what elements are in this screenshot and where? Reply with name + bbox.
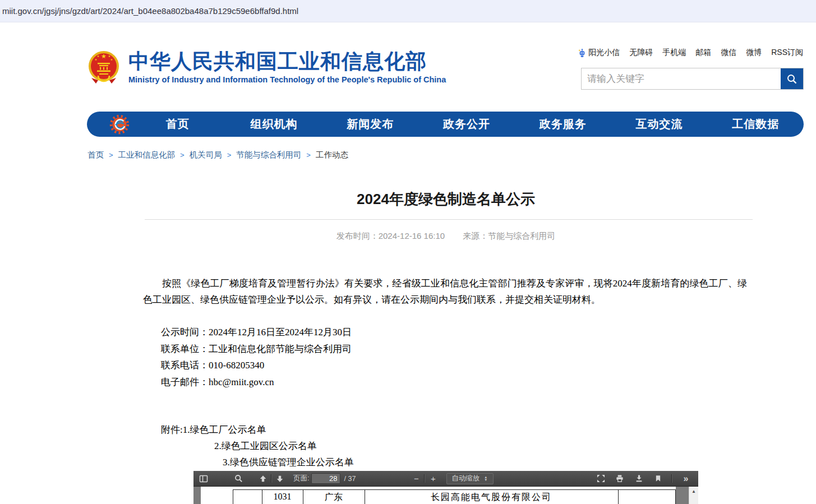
pdf-toolbar: 页面: / 37 − + 自动缩放 ▲ ▼ xyxy=(193,471,698,487)
table-border-top xyxy=(233,489,676,490)
contact-info: 公示时间：2024年12月16日至2024年12月30日 联系单位：工业和信息化… xyxy=(161,324,352,390)
contact-phone: 联系电话：010-68205340 xyxy=(161,357,352,374)
announcement-period: 公示时间：2024年12月16日至2024年12月30日 xyxy=(161,324,352,341)
page-label: 页面: xyxy=(293,474,309,483)
toolbar-separator xyxy=(671,474,672,483)
utility-link-accessibility[interactable]: 无障碍 xyxy=(629,48,653,58)
table-cell-number: 1031 xyxy=(262,492,303,502)
nav-item-interaction[interactable]: 互动交流 xyxy=(611,117,708,132)
more-tools-button[interactable]: » xyxy=(679,472,693,485)
table-border xyxy=(675,489,676,504)
print-icon xyxy=(615,474,624,483)
breadcrumb-separator: > xyxy=(306,151,311,159)
table-border xyxy=(233,489,233,504)
presentation-mode-button[interactable] xyxy=(594,472,607,485)
download-button[interactable] xyxy=(632,472,646,485)
breadcrumb-separator: > xyxy=(227,151,232,159)
breadcrumb-separator: > xyxy=(180,151,185,159)
article: 2024年度绿色制造名单公示 发布时间：2024-12-16 16:10 来源：… xyxy=(143,185,749,468)
zoom-in-button[interactable]: + xyxy=(426,472,440,485)
title-divider xyxy=(145,219,753,220)
page-number-input[interactable] xyxy=(311,473,340,484)
nav-item-gov-disclosure[interactable]: 政务公开 xyxy=(418,117,515,132)
zoom-mode-select[interactable]: 自动缩放 ▲ ▼ xyxy=(446,473,494,484)
pdf-content-area: 1031 广东 长园高能电气股份有限公司 ▲ xyxy=(193,487,698,504)
find-button[interactable] xyxy=(232,472,245,485)
site-subtitle: Ministry of Industry and Information Tec… xyxy=(128,75,446,84)
utility-label: RSS订阅 xyxy=(771,48,803,58)
toolbar-separator xyxy=(424,474,425,483)
national-emblem-logo: ★ ★ ★ ★ ★ xyxy=(88,49,119,87)
nav-item-news[interactable]: 新闻发布 xyxy=(322,117,418,132)
page: miit.gov.cn/jgsj/jns/gzdt/art/2024/art_b… xyxy=(0,0,816,504)
sidebar-toggle-button[interactable] xyxy=(197,472,210,485)
contact-email: 电子邮件：hbc@miit.gov.cn xyxy=(161,374,352,391)
breadcrumb-home[interactable]: 首页 xyxy=(87,150,104,160)
search-input[interactable] xyxy=(582,68,781,89)
utility-label: 邮箱 xyxy=(695,48,711,58)
article-title: 2024年度绿色制造名单公示 xyxy=(143,189,749,209)
nav-item-home[interactable]: 首页 xyxy=(130,117,226,132)
pdf-page: 1031 广东 长园高能电气股份有限公司 xyxy=(201,487,676,504)
previous-page-button[interactable] xyxy=(256,472,270,485)
find-icon xyxy=(234,474,243,483)
contact-unit: 联系单位：工业和信息化部节能与综合利用司 xyxy=(161,341,352,358)
site-title: 中华人民共和国工业和信息化部 xyxy=(128,49,446,75)
attachment-1: 附件:1.绿色工厂公示名单 xyxy=(161,422,354,438)
breadcrumb-work-news: 工作动态 xyxy=(316,150,348,160)
brand-text: 中华人民共和国工业和信息化部 Ministry of Industry and … xyxy=(128,49,446,84)
page-total: / 37 xyxy=(344,475,356,483)
download-icon xyxy=(635,474,643,483)
nav-item-industry-data[interactable]: 工信数据 xyxy=(707,117,804,132)
utility-link-mail[interactable]: 邮箱 xyxy=(695,48,711,58)
breadcrumb-energy-conservation-dept[interactable]: 节能与综合利用司 xyxy=(236,150,301,160)
toolbar-right-group: » xyxy=(594,472,693,485)
zoom-out-button[interactable]: − xyxy=(409,472,423,485)
utility-label: 微信 xyxy=(721,48,736,58)
nav-item-gov-services[interactable]: 政务服务 xyxy=(515,117,611,132)
sidebar-toggle-icon xyxy=(199,474,208,483)
utility-label: 手机端 xyxy=(662,48,686,58)
utility-link-sunshine-assistant[interactable]: ✦ 阳光小信 xyxy=(577,48,620,58)
pdf-viewer: 页面: / 37 − + 自动缩放 ▲ ▼ xyxy=(193,471,698,504)
utility-label: 无障碍 xyxy=(629,48,653,58)
scrollbar-up-icon[interactable]: ▲ xyxy=(689,487,698,496)
select-spinner-icon: ▲ ▼ xyxy=(484,476,487,482)
utility-link-wechat[interactable]: 微信 xyxy=(721,48,736,58)
pdf-scrollbar[interactable]: ▲ xyxy=(689,487,698,504)
toolbar-separator xyxy=(271,474,272,483)
table-cell-province: 广东 xyxy=(303,492,365,503)
svg-text:★: ★ xyxy=(110,58,113,61)
svg-text:★: ★ xyxy=(97,54,100,58)
utility-link-weibo[interactable]: 微博 xyxy=(746,48,762,58)
arrow-up-icon xyxy=(259,475,267,483)
breadcrumb-separator: > xyxy=(109,151,113,159)
publish-time: 发布时间：2024-12-16 16:10 xyxy=(336,231,445,241)
attachment-2: 2.绿色工业园区公示名单 xyxy=(214,438,354,454)
table-cell-company: 长园高能电气股份有限公司 xyxy=(365,492,618,503)
arrow-down-icon xyxy=(276,475,284,483)
breadcrumb-departments[interactable]: 机关司局 xyxy=(190,150,222,160)
bookmark-button[interactable] xyxy=(651,472,665,485)
table-border xyxy=(618,489,619,504)
breadcrumb: 首页 > 工业和信息化部 > 机关司局 > 节能与综合利用司 > 工作动态 xyxy=(87,150,348,160)
nav-item-organization[interactable]: 组织机构 xyxy=(226,117,322,132)
main-nav: 首页 组织机构 新闻发布 政务公开 政务服务 互动交流 工信数据 xyxy=(87,112,804,137)
browser-url-bar[interactable]: miit.gov.cn/jgsj/jns/gzdt/art/2024/art_b… xyxy=(0,0,816,22)
attachments: 附件:1.绿色工厂公示名单 2.绿色工业园区公示名单 3.绿色供应链管理企业公示… xyxy=(161,422,354,470)
svg-text:★: ★ xyxy=(101,53,107,59)
sunshine-robot-icon: ✦ xyxy=(577,48,586,58)
search-button[interactable] xyxy=(781,68,803,89)
bookmark-icon xyxy=(654,474,662,483)
site-brand[interactable]: ★ ★ ★ ★ ★ 中华人民共和国工业和信息化部 Ministry xyxy=(88,49,446,87)
miit-gear-logo[interactable] xyxy=(109,114,130,135)
breadcrumb-miit[interactable]: 工业和信息化部 xyxy=(118,150,176,160)
search-icon xyxy=(786,73,797,85)
utility-link-rss[interactable]: RSS订阅 xyxy=(771,48,803,58)
page-url: miit.gov.cn/jgsj/jns/gzdt/art/2024/art_b… xyxy=(2,6,298,16)
utility-link-mobile[interactable]: 手机端 xyxy=(662,48,686,58)
utility-label: 阳光小信 xyxy=(588,48,620,58)
print-button[interactable] xyxy=(613,472,626,485)
zoom-mode-value: 自动缩放 xyxy=(451,474,480,483)
next-page-button[interactable] xyxy=(273,472,287,485)
